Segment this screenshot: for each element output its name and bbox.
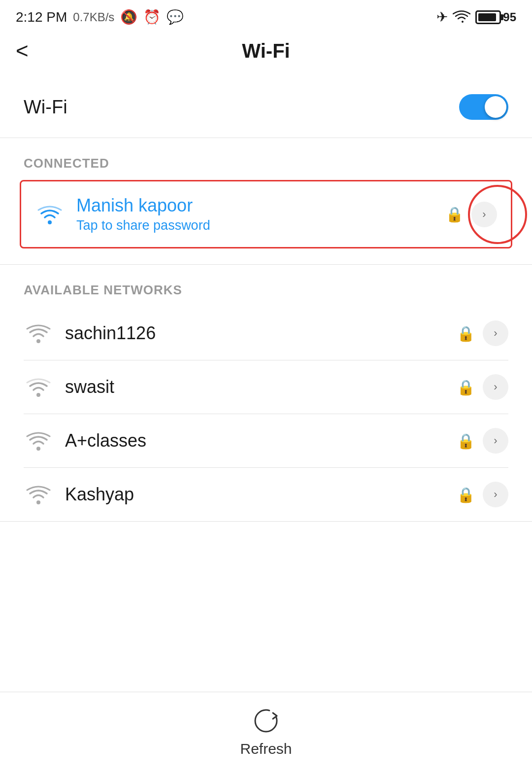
network-info-sachin1126: sachin1126 [65,323,457,344]
network-item-aclasses[interactable]: A+classes 🔒 › [0,414,532,467]
network-actions-kashyap: 🔒 › [457,482,508,507]
svg-point-3 [36,447,40,451]
connected-network-sub: Tap to share password [76,218,445,233]
network-info-kashyap: Kashyap [65,484,457,505]
message-icon: 💬 [166,9,184,25]
chevron-sachin1126[interactable]: › [483,320,508,346]
wifi-toggle-row: Wi-Fi [0,76,532,138]
bottom-bar[interactable]: Refresh [0,692,532,777]
svg-point-4 [36,500,40,504]
wifi-icon-kashyap [24,482,53,507]
network-actions-sachin1126: 🔒 › [457,320,508,346]
wifi-status-icon [453,10,470,25]
network-actions-swasit: 🔒 › [457,374,508,400]
airplane-icon: ✈ [436,9,448,25]
connected-wifi-icon [35,202,65,227]
svg-point-2 [36,393,40,397]
connected-network-item[interactable]: Manish kapoor Tap to share password 🔒 › [20,180,512,248]
wifi-toggle-label: Wi-Fi [24,97,67,118]
lock-icon-swasit: 🔒 [457,379,475,396]
bottom-spacer [0,522,532,600]
lock-icon-aclasses: 🔒 [457,432,475,450]
svg-point-0 [48,220,52,224]
refresh-label: Refresh [240,741,292,757]
refresh-icon [251,706,281,736]
status-right: ✈ 95 [436,9,516,25]
connected-network-container: Manish kapoor Tap to share password 🔒 › [10,180,522,248]
lock-icon: 🔒 [445,206,464,223]
lock-icon-sachin1126: 🔒 [457,325,475,342]
toggle-knob [485,96,506,118]
battery: 95 [475,10,516,24]
network-name-kashyap: Kashyap [65,484,457,505]
network-name-swasit: swasit [65,377,457,397]
wifi-icon-swasit [24,375,53,399]
wifi-icon-sachin1126 [24,321,53,346]
chevron-aclasses[interactable]: › [483,428,508,454]
time: 2:12 PM [16,9,67,25]
connected-network-info: Manish kapoor Tap to share password [76,195,445,233]
page-title: Wi-Fi [242,40,290,62]
network-info-aclasses: A+classes [65,430,457,451]
wifi-toggle[interactable] [459,94,508,120]
refresh-content: Refresh [240,706,292,757]
network-item-kashyap[interactable]: Kashyap 🔒 › [0,468,532,521]
status-bar: 2:12 PM 0.7KB/s 🔕 ⏰ 💬 ✈ 95 [0,0,532,30]
connected-chevron-button[interactable]: › [471,202,497,227]
lock-icon-kashyap: 🔒 [457,486,475,503]
network-actions-aclasses: 🔒 › [457,428,508,454]
network-item-sachin1126[interactable]: sachin1126 🔒 › [0,307,532,360]
header: < Wi-Fi [0,30,532,76]
back-button[interactable]: < [16,40,29,62]
speed: 0.7KB/s [73,10,114,24]
network-name-aclasses: A+classes [65,430,457,451]
content: Wi-Fi CONNECTED Manish kapoor Tap to sha… [0,76,532,600]
connected-section-label: CONNECTED [0,138,532,180]
alarm-icon: ⏰ [143,9,161,25]
svg-point-1 [36,339,40,343]
mute-icon: 🔕 [120,9,137,25]
connected-network-name: Manish kapoor [76,195,445,216]
status-left: 2:12 PM 0.7KB/s 🔕 ⏰ 💬 [16,9,184,25]
network-item-swasit[interactable]: swasit 🔒 › [0,360,532,414]
network-info-swasit: swasit [65,377,457,397]
connected-network-actions: 🔒 › [445,202,497,227]
available-section-label: AVAILABLE NETWORKS [0,265,532,307]
chevron-swasit[interactable]: › [483,374,508,400]
network-name-sachin1126: sachin1126 [65,323,457,344]
battery-level: 95 [503,10,516,24]
wifi-icon-aclasses [24,428,53,453]
chevron-kashyap[interactable]: › [483,482,508,507]
